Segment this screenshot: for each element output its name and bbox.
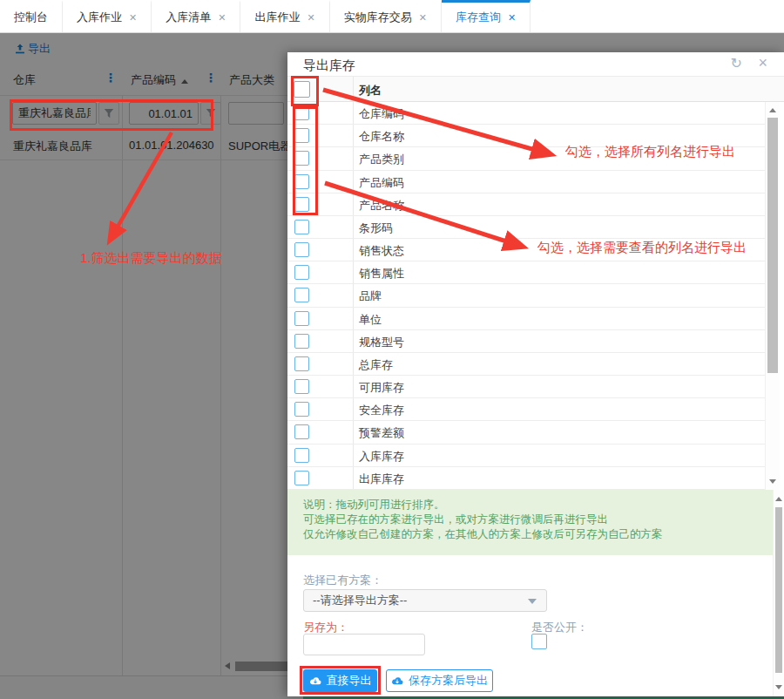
tab-label: 入库作业 (77, 10, 122, 25)
column-list-item[interactable]: 产品类别 (287, 147, 765, 170)
column-name: 单位 (359, 312, 382, 328)
tab[interactable]: 控制台 ✕ (0, 0, 63, 32)
column-name: 产品编码 (359, 175, 404, 191)
tab[interactable]: 入库清单 ✕ (152, 0, 240, 32)
column-name: 出库库存 (359, 472, 404, 487)
column-list-item[interactable]: 总库存 (287, 353, 765, 376)
column-checkbox[interactable] (294, 220, 309, 234)
tab-label: 出库作业 (254, 10, 300, 25)
tab-close-icon[interactable]: ✕ (419, 12, 427, 24)
save-scheme-export-button[interactable]: 保存方案后导出 (386, 669, 493, 692)
column-name: 产品名称 (359, 198, 404, 214)
info-line: 仅允许修改自己创建的方案，在其他人的方案上修改后可另存为自己的方案 (303, 527, 773, 542)
list-scrollbar[interactable] (765, 102, 780, 490)
save-as-input[interactable] (303, 634, 425, 655)
column-checkbox[interactable] (294, 174, 309, 189)
tab-label: 控制台 (14, 10, 48, 25)
dialog-header: 导出库存 ↻ × (287, 52, 784, 77)
tab[interactable]: 入库作业 ✕ (63, 0, 152, 32)
export-inventory-dialog: 导出库存 ↻ × 列名 仓库编码 仓库名称 (287, 52, 784, 696)
dialog-title: 导出库存 (303, 58, 355, 74)
cloud-download-icon (391, 676, 403, 686)
column-name: 销售属性 (359, 266, 404, 282)
column-list-item[interactable]: 产品名称 (287, 193, 765, 216)
public-checkbox[interactable] (531, 634, 547, 649)
select-all-checkbox[interactable] (294, 81, 310, 98)
column-checkbox[interactable] (294, 471, 309, 485)
column-checkbox[interactable] (294, 288, 309, 302)
column-name: 入库库存 (359, 449, 404, 465)
column-list-header: 列名 (287, 77, 784, 102)
column-list-item[interactable]: 预警差额 (287, 421, 765, 444)
column-checkbox[interactable] (294, 424, 309, 439)
tab-label: 库存查询 (456, 10, 501, 25)
annotation-box-direct-export (300, 666, 381, 695)
column-list-item[interactable]: 仓库名称 (287, 125, 765, 147)
column-list-item[interactable]: 可用库存 (287, 376, 765, 398)
column-list-item[interactable]: 规格型号 (287, 330, 765, 353)
tab-label: 实物库存交易 (344, 10, 412, 25)
column-list-item[interactable]: 入库库存 (287, 445, 765, 467)
tab[interactable]: 库存查询 ✕ (442, 0, 531, 32)
scroll-down-icon[interactable] (775, 685, 782, 689)
column-checkbox[interactable] (294, 402, 309, 417)
refresh-icon[interactable]: ↻ (731, 55, 742, 71)
tab-close-icon[interactable]: ✕ (218, 12, 226, 24)
scheme-select-label: 选择已有方案： (303, 573, 382, 588)
column-list-item[interactable]: 仓库编码 (287, 102, 765, 125)
tab-close-icon[interactable]: ✕ (508, 12, 516, 24)
scheme-select[interactable]: --请选择导出方案-- (303, 589, 547, 612)
column-name: 总库存 (359, 357, 393, 373)
column-list-item[interactable]: 销售状态 (287, 239, 765, 261)
info-line: 说明：拖动列可用进行排序。 (303, 498, 773, 512)
column-checkbox[interactable] (294, 311, 309, 326)
column-checkbox[interactable] (294, 197, 309, 212)
tab-close-icon[interactable]: ✕ (129, 12, 137, 24)
chevron-down-icon (528, 599, 537, 604)
scrollbar-thumb[interactable] (767, 118, 778, 373)
column-name: 安全库存 (359, 403, 404, 418)
scrollbar-thumb[interactable] (775, 507, 782, 673)
column-list-header-label: 列名 (359, 83, 382, 98)
column-name: 仓库编码 (359, 106, 404, 122)
scheme-select-value: --请选择导出方案-- (313, 594, 407, 607)
column-list-item[interactable]: 条形码 (287, 216, 765, 239)
scroll-up-icon[interactable] (769, 108, 776, 112)
column-checkbox[interactable] (294, 334, 309, 349)
scroll-up-icon[interactable] (775, 497, 782, 501)
column-list-item[interactable]: 出库库存 (287, 467, 765, 490)
column-list-item[interactable]: 销售属性 (287, 261, 765, 284)
tab[interactable]: 实物库存交易 ✕ (330, 0, 442, 32)
column-list-item[interactable]: 单位 (287, 308, 765, 330)
column-checkbox[interactable] (294, 151, 309, 166)
tab-label: 入库清单 (166, 10, 211, 25)
column-list-item[interactable]: 品牌 (287, 284, 765, 307)
tab-close-icon[interactable]: ✕ (307, 12, 314, 24)
column-list-item[interactable]: 产品编码 (287, 171, 765, 193)
column-name: 预警差额 (359, 425, 404, 441)
column-name: 条形码 (359, 221, 393, 236)
column-name: 销售状态 (359, 243, 404, 259)
info-box: 说明：拖动列可用进行排序。 可选择已存在的方案进行导出，或对方案进行微调后再进行… (287, 490, 773, 555)
pane-scrollbar[interactable] (773, 490, 784, 696)
column-checkbox[interactable] (294, 128, 309, 143)
column-checkbox[interactable] (294, 356, 309, 371)
tab[interactable]: 出库作业 ✕ (240, 0, 329, 32)
scroll-down-icon[interactable] (769, 479, 776, 484)
column-checkbox[interactable] (294, 105, 309, 120)
column-checkbox[interactable] (294, 448, 309, 463)
column-checkbox[interactable] (294, 242, 309, 257)
column-name: 规格型号 (359, 335, 404, 350)
column-checkbox[interactable] (294, 379, 309, 394)
column-name: 可用库存 (359, 380, 404, 396)
column-checkbox[interactable] (294, 265, 309, 280)
column-list: 仓库编码 仓库名称 产品类别 产品编码 (287, 102, 765, 490)
app-window: 控制台 ✕ 入库作业 ✕ 入库清单 ✕ 出库作业 ✕ 实物库存交易 ✕ (0, 0, 784, 699)
column-name: 产品类别 (359, 152, 404, 167)
column-name: 品牌 (359, 288, 382, 304)
tab-bar: 控制台 ✕ 入库作业 ✕ 入库清单 ✕ 出库作业 ✕ 实物库存交易 ✕ (0, 0, 784, 33)
column-list-item[interactable]: 安全库存 (287, 398, 765, 421)
info-line: 可选择已存在的方案进行导出，或对方案进行微调后再进行导出 (303, 512, 773, 527)
column-name: 仓库名称 (359, 129, 404, 145)
close-icon[interactable]: × (758, 54, 767, 72)
